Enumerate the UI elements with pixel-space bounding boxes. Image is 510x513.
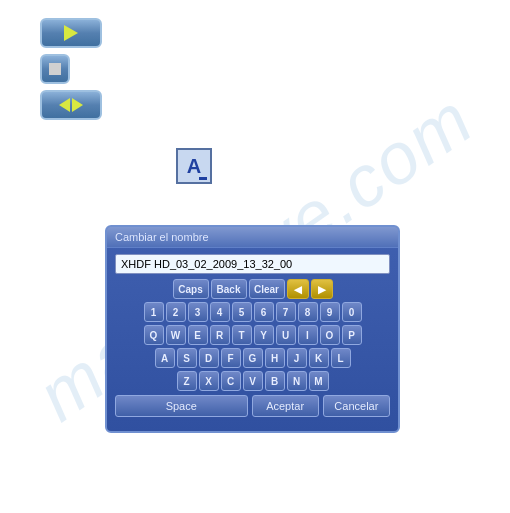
key-i[interactable]: I xyxy=(298,325,318,345)
key-s[interactable]: S xyxy=(177,348,197,368)
accept-button[interactable]: Aceptar xyxy=(252,395,319,417)
key-n[interactable]: N xyxy=(287,371,307,391)
key-e[interactable]: E xyxy=(188,325,208,345)
key-0[interactable]: 0 xyxy=(342,302,362,322)
key-y[interactable]: Y xyxy=(254,325,274,345)
key-q[interactable]: Q xyxy=(144,325,164,345)
key-1[interactable]: 1 xyxy=(144,302,164,322)
left-arrow-button[interactable]: ◀ xyxy=(287,279,309,299)
cancel-button[interactable]: Cancelar xyxy=(323,395,390,417)
key-b[interactable]: B xyxy=(265,371,285,391)
key-2[interactable]: 2 xyxy=(166,302,186,322)
key-3[interactable]: 3 xyxy=(188,302,208,322)
key-z[interactable]: Z xyxy=(177,371,197,391)
key-9[interactable]: 9 xyxy=(320,302,340,322)
key-d[interactable]: D xyxy=(199,348,219,368)
key-g[interactable]: G xyxy=(243,348,263,368)
rewind-right-icon xyxy=(72,98,83,112)
rename-dialog: Cambiar el nombre Caps Back Clear ◀ ▶ 12… xyxy=(105,225,400,433)
key-t[interactable]: T xyxy=(232,325,252,345)
play-button[interactable] xyxy=(40,18,102,48)
key-8[interactable]: 8 xyxy=(298,302,318,322)
clear-button[interactable]: Clear xyxy=(249,279,285,299)
key-7[interactable]: 7 xyxy=(276,302,296,322)
key-j[interactable]: J xyxy=(287,348,307,368)
right-arrow-button[interactable]: ▶ xyxy=(311,279,333,299)
font-icon-area: A xyxy=(176,148,212,184)
caps-back-clear-row: Caps Back Clear ◀ ▶ xyxy=(115,279,390,299)
dialog-title: Cambiar el nombre xyxy=(107,227,398,248)
action-row: Space Aceptar Cancelar xyxy=(115,395,390,417)
rewind-left-icon xyxy=(59,98,70,112)
key-c[interactable]: C xyxy=(221,371,241,391)
key-p[interactable]: P xyxy=(342,325,362,345)
stop-icon xyxy=(49,63,61,75)
key-k[interactable]: K xyxy=(309,348,329,368)
key-6[interactable]: 6 xyxy=(254,302,274,322)
caps-button[interactable]: Caps xyxy=(173,279,209,299)
stop-button[interactable] xyxy=(40,54,70,84)
back-button[interactable]: Back xyxy=(211,279,247,299)
controls-area xyxy=(40,18,102,120)
key-o[interactable]: O xyxy=(320,325,340,345)
key-u[interactable]: U xyxy=(276,325,296,345)
font-icon: A xyxy=(176,148,212,184)
row1: QWERTYUIOP xyxy=(115,325,390,345)
key-f[interactable]: F xyxy=(221,348,241,368)
font-icon-label: A xyxy=(187,155,201,178)
space-button[interactable]: Space xyxy=(115,395,248,417)
key-v[interactable]: V xyxy=(243,371,263,391)
key-4[interactable]: 4 xyxy=(210,302,230,322)
row2: ASDFGHJKL xyxy=(115,348,390,368)
key-r[interactable]: R xyxy=(210,325,230,345)
key-x[interactable]: X xyxy=(199,371,219,391)
key-w[interactable]: W xyxy=(166,325,186,345)
key-m[interactable]: M xyxy=(309,371,329,391)
row3: ZXCVBNM xyxy=(115,371,390,391)
rewind-button[interactable] xyxy=(40,90,102,120)
key-h[interactable]: H xyxy=(265,348,285,368)
name-input[interactable] xyxy=(115,254,390,274)
number-row: 1234567890 xyxy=(115,302,390,322)
dialog-body: Caps Back Clear ◀ ▶ 1234567890 QWERTYUIO… xyxy=(107,248,398,423)
key-5[interactable]: 5 xyxy=(232,302,252,322)
play-icon xyxy=(64,25,78,41)
key-a[interactable]: A xyxy=(155,348,175,368)
key-l[interactable]: L xyxy=(331,348,351,368)
